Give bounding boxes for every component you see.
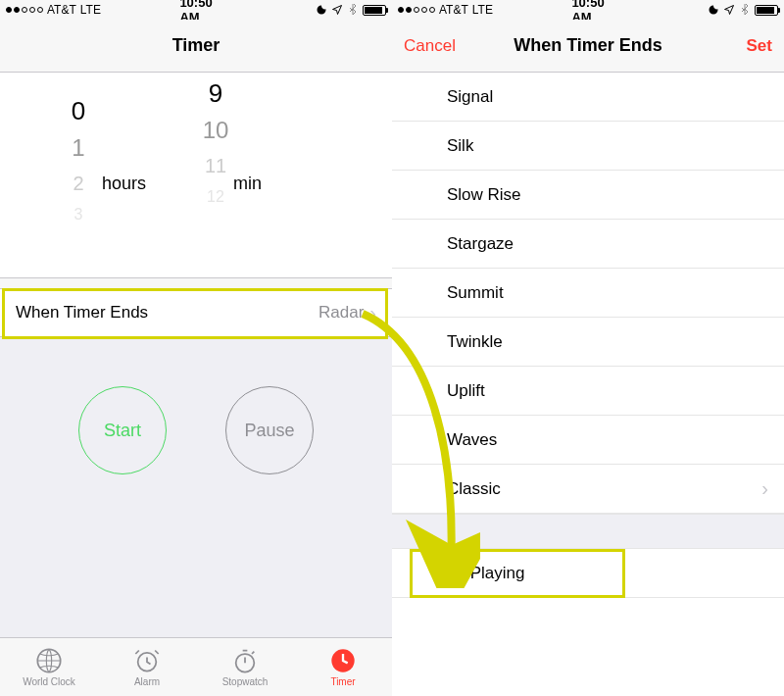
tab-worldclock[interactable]: World Clock bbox=[10, 647, 88, 687]
svg-point-2 bbox=[236, 654, 255, 672]
tab-label: World Clock bbox=[23, 676, 75, 687]
picker-mins-item[interactable]: 9 bbox=[186, 75, 245, 112]
when-timer-ends-label: When Timer Ends bbox=[16, 303, 148, 323]
tab-stopwatch[interactable]: Stopwatch bbox=[206, 647, 284, 687]
sound-item-uplift[interactable]: Uplift bbox=[392, 367, 784, 416]
sound-item-slow-rise[interactable]: Slow Rise bbox=[392, 171, 784, 220]
tab-label: Alarm bbox=[134, 676, 160, 687]
location-icon bbox=[331, 4, 343, 16]
alarm-icon bbox=[133, 647, 161, 674]
sound-item-summit[interactable]: Summit bbox=[392, 269, 784, 318]
timer-buttons-area: Start Pause bbox=[0, 337, 392, 637]
when-timer-ends-row[interactable]: When Timer Ends Radar › bbox=[0, 288, 392, 337]
tab-timer[interactable]: Timer bbox=[304, 647, 382, 687]
screen-when-timer-ends: AT&T LTE 10:50 AM Cancel When Timer Ends… bbox=[392, 0, 784, 696]
moon-icon bbox=[708, 4, 719, 16]
navbar-timer: Timer bbox=[0, 20, 392, 73]
start-button[interactable]: Start bbox=[78, 386, 167, 474]
tab-label: Stopwatch bbox=[222, 676, 269, 687]
carrier-label: AT&T bbox=[47, 3, 76, 17]
battery-icon bbox=[755, 5, 778, 16]
cancel-button[interactable]: Cancel bbox=[404, 36, 472, 56]
statusbar: AT&T LTE 10:50 AM bbox=[392, 0, 784, 20]
tab-label: Timer bbox=[330, 676, 355, 687]
stop-playing-row[interactable]: Stop Playing bbox=[392, 549, 784, 598]
location-icon bbox=[723, 4, 735, 16]
sound-item-twinkle[interactable]: Twinkle bbox=[392, 318, 784, 367]
nav-title: When Timer Ends bbox=[472, 35, 704, 56]
sound-list[interactable]: Signal Silk Slow Rise Stargaze Summit Tw… bbox=[392, 73, 784, 696]
statusbar-right bbox=[213, 4, 386, 16]
set-button[interactable]: Set bbox=[704, 36, 772, 56]
picker-mins-label: min bbox=[233, 174, 262, 194]
sound-item-stargaze[interactable]: Stargaze bbox=[392, 220, 784, 269]
statusbar-right bbox=[605, 4, 778, 16]
statusbar: AT&T LTE 10:50 AM bbox=[0, 0, 392, 20]
sound-item-waves[interactable]: Waves bbox=[392, 416, 784, 465]
navbar-sounds: Cancel When Timer Ends Set bbox=[392, 20, 784, 73]
network-label: LTE bbox=[472, 3, 493, 17]
bluetooth-icon bbox=[739, 4, 751, 16]
statusbar-left: AT&T LTE bbox=[398, 3, 571, 17]
screen-timer: AT&T LTE 10:50 AM Timer 0 1 2 3 6 7 8 9 bbox=[0, 0, 392, 696]
statusbar-left: AT&T LTE bbox=[6, 3, 179, 17]
bluetooth-icon bbox=[347, 4, 359, 16]
tabbar: World Clock Alarm Stopwatch Timer bbox=[0, 637, 392, 696]
picker-hours-item[interactable]: 0 bbox=[49, 92, 108, 129]
globe-icon bbox=[35, 647, 63, 674]
picker-hours-label: hours bbox=[102, 174, 146, 194]
signal-dots-icon bbox=[6, 7, 43, 13]
when-timer-ends-value: Radar bbox=[318, 303, 364, 323]
sound-item-silk[interactable]: Silk bbox=[392, 122, 784, 171]
picker-hours-item[interactable]: 1 bbox=[49, 129, 108, 165]
chevron-right-icon: › bbox=[369, 302, 376, 324]
moon-icon bbox=[316, 4, 327, 16]
tab-alarm[interactable]: Alarm bbox=[108, 647, 186, 687]
stopwatch-icon bbox=[231, 647, 259, 674]
chevron-right-icon: › bbox=[761, 477, 768, 500]
network-label: LTE bbox=[80, 3, 101, 17]
sound-item-classic[interactable]: Classic › bbox=[392, 465, 784, 514]
timer-icon bbox=[329, 647, 357, 674]
pause-button[interactable]: Pause bbox=[225, 386, 314, 474]
picker-mins-item[interactable]: 10 bbox=[186, 112, 245, 147]
time-picker[interactable]: 0 1 2 3 6 7 8 9 10 11 12 .picker-col.hou… bbox=[0, 73, 392, 278]
sound-item-label: Classic bbox=[447, 479, 501, 499]
carrier-label: AT&T bbox=[439, 3, 468, 17]
sound-item-signal[interactable]: Signal bbox=[392, 73, 784, 122]
nav-title: Timer bbox=[80, 35, 312, 56]
signal-dots-icon bbox=[398, 7, 435, 13]
section-gap bbox=[392, 514, 784, 549]
battery-icon bbox=[363, 5, 386, 16]
